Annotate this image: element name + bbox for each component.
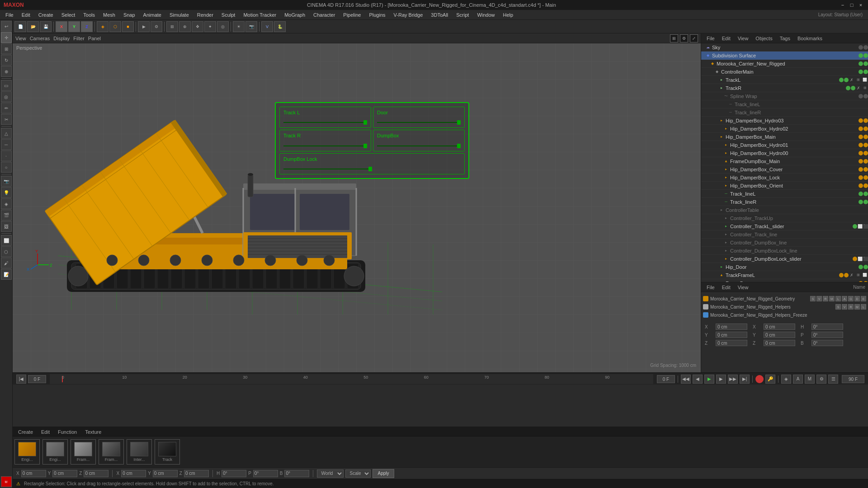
mat-menu-edit[interactable]: Edit [38,429,52,435]
menu-create[interactable]: Create [35,11,57,19]
pb-key[interactable]: 🔑 [765,375,775,384]
pb-frame-end[interactable]: ▶| [740,375,750,384]
obj-row-controllermain[interactable]: ◆ ControllerMain [701,68,868,76]
damperlock-render[interactable] [863,175,868,180]
tool-transform[interactable]: ⊕ [1,66,12,77]
morooka-vis[interactable] [859,61,863,66]
ctrldumpboxlockslider-vis[interactable] [853,257,857,261]
hydro02-vis[interactable] [859,127,863,131]
tracklinr-vis[interactable] [859,200,863,204]
geo-a-icon[interactable]: A [842,296,847,301]
damperlock-vis[interactable] [859,175,863,180]
geo-m-icon[interactable]: M [829,296,835,301]
mat-swatch-inter[interactable]: Inter... [127,439,152,465]
tool-lights[interactable]: 💡 [1,187,12,198]
tool-effector[interactable]: ✦ [204,21,216,32]
menu-render[interactable]: Render [193,11,217,19]
ctrl-main-vis[interactable] [859,70,863,74]
obj-row-trackl[interactable]: ▸ TrackL ✗ ⊞ ⬜ [701,76,868,84]
hlp-s-icon[interactable]: S [835,304,841,310]
trackl-vis[interactable] [839,78,844,82]
pb-next-frame[interactable]: ▶ [716,375,726,384]
rig-slider-dumpbox[interactable] [377,145,461,146]
obj-row-ctrltrackup[interactable]: ▸ Controller_TrackUp [701,214,868,222]
trackframel-tag[interactable]: ⬜ [862,273,868,277]
maximize-button[interactable]: □ [848,1,855,9]
obj-row-dampercover[interactable]: ▸ Hip_DamperBox_Cover [701,165,868,174]
coord-bar-h[interactable] [222,470,246,477]
tracklinr-render[interactable] [863,200,868,204]
menu-select[interactable]: Select [58,11,79,19]
hlp-l-icon[interactable]: L [861,304,866,310]
menu-help[interactable]: Help [500,11,517,19]
ctrltracklslider-vis[interactable] [853,224,857,229]
obj-menu-bookmarks[interactable]: Bookmarks [795,35,825,42]
framebase-render[interactable] [863,281,868,282]
pb-settings[interactable]: ⚙ [816,375,826,384]
obj-row-damperlock[interactable]: ▸ Hip_DamperBox_Lock [701,174,868,182]
trackframel-render[interactable] [844,273,849,277]
menu-tools[interactable]: Tools [80,11,99,19]
vp-menu-cameras[interactable]: Cameras [30,36,50,41]
splinewrap-vis[interactable] [859,94,863,99]
sky-vis-dot[interactable] [859,45,863,50]
morooka-render[interactable] [863,61,868,66]
tool-z-axis[interactable]: Z [81,21,93,32]
rig-slider-door[interactable] [377,122,461,123]
framedump-vis[interactable] [859,159,863,164]
tool-select-edges[interactable]: ⬡ [109,21,121,32]
tool-scale[interactable]: ⊞ [1,43,12,54]
menu-mograph[interactable]: MoGraph [281,11,309,19]
menu-vray[interactable]: V-Ray Bridge [390,11,427,19]
hipdoor-vis[interactable] [859,265,863,269]
menu-mesh[interactable]: Mesh [99,11,119,19]
tool-cloner[interactable]: ❖ [192,21,203,32]
apply-button[interactable]: Apply [373,469,394,478]
menu-motiontracker[interactable]: Motion Tracker [240,11,280,19]
sky-render-dot[interactable] [863,45,868,50]
obj-row-hydro03[interactable]: ▸ Hip_DamperBox_Hydro03 [701,117,868,125]
hlp-m-icon[interactable]: M [854,304,860,310]
menu-snap[interactable]: Snap [120,11,139,19]
obj-row-framedump[interactable]: ▲ FrameDumpBox_Main [701,157,868,165]
mat-menu-create[interactable]: Create [15,429,36,435]
hydro03-vis[interactable] [859,118,863,123]
obj-row-damperorient[interactable]: ▸ Hip_DamperBox_Orient [701,182,868,190]
tool-select-polys[interactable]: ■ [122,21,134,32]
mat-swatch-fram2[interactable]: Fram... [99,439,124,465]
mat-menu-function[interactable]: Function [55,429,80,435]
hydro01-vis[interactable] [859,143,863,147]
ctrl-main-render[interactable] [863,70,868,74]
tool-bodypaint[interactable]: 🖌 [1,258,12,268]
obj-row-trackr[interactable]: ▸ TrackR ✗ ⊞ [701,84,868,92]
hydro01-render[interactable] [863,143,868,147]
trackr-render[interactable] [851,86,855,90]
vp-ctrl-maximize[interactable]: ⤢ [690,34,698,42]
tool-render-view[interactable]: ▶ [138,21,150,32]
obj-row-trackframel[interactable]: ▲ TrackFrameL ✗ ⊞ ⬜ [701,271,868,279]
tool-scripts[interactable]: 📝 [1,269,12,280]
hipdoor-render[interactable] [863,265,868,269]
tool-open[interactable]: 📂 [27,21,39,32]
menu-plugins[interactable]: Plugins [365,11,389,19]
tool-boole[interactable]: ⊕ [179,21,191,32]
tool-select-model[interactable]: ◈ [97,21,108,32]
mat-menu-texture[interactable]: Texture [82,429,104,435]
coord-y-input[interactable] [716,332,747,338]
coord-bar-b[interactable] [284,470,309,477]
obj-menu-edit[interactable]: Edit [719,35,733,42]
trackl-tag[interactable]: ⬜ [862,78,868,82]
menu-character[interactable]: Character [310,11,339,19]
tool-vertex[interactable]: · [1,150,12,161]
obj-row-tracklinl-gray[interactable]: ─ Track_lineL [701,100,868,108]
coord-scale-dropdown[interactable]: Scale [345,469,371,478]
geo-l-icon[interactable]: L [835,296,841,301]
coord-x-input[interactable] [716,324,747,330]
damperorient-vis[interactable] [859,183,863,188]
coord-b-input[interactable] [811,340,843,346]
props-menu-file[interactable]: File [704,284,717,291]
obj-menu-view[interactable]: View [735,35,751,42]
subdiv-render-dot[interactable] [863,53,868,58]
rig-slider-trackl[interactable] [283,122,367,123]
obj-menu-file[interactable]: File [704,35,717,42]
